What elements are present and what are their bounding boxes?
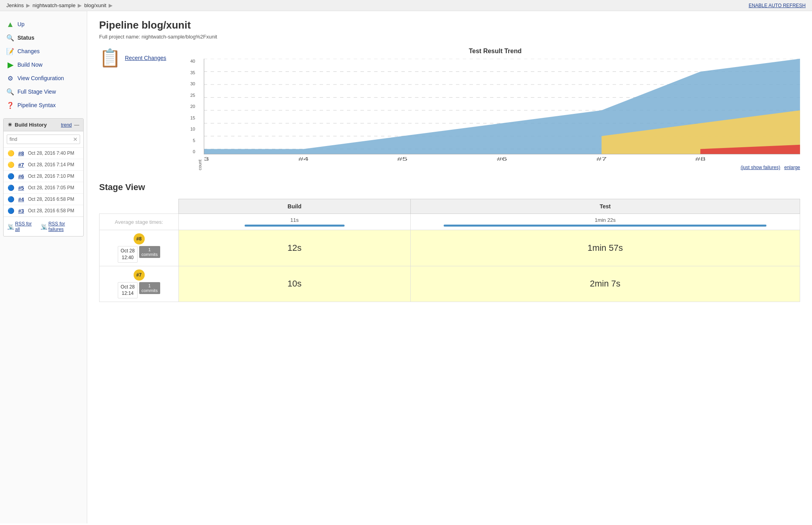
build-date-5: Oct 28, 2016 7:05 PM	[28, 185, 74, 190]
svg-text:#4: #4	[298, 156, 308, 162]
avg-time-test-value: 1min 22s	[416, 217, 795, 223]
build-info-7: Oct 28 12:14 1commits	[118, 282, 160, 299]
y-label-35: 35	[190, 70, 195, 75]
build-status-icon-5: 🔵	[8, 185, 14, 191]
sidebar-link-changes[interactable]: 📝 Changes	[0, 44, 87, 58]
build-label-7: #7 Oct 28 12:14 1commits	[100, 266, 179, 302]
build-link-4[interactable]: #4	[18, 196, 24, 202]
sidebar-item-status[interactable]: 🔍 Status	[0, 31, 87, 44]
avg-times-row: Average stage times: 11s 1min 22s	[100, 214, 800, 230]
avg-time-build: 11s	[179, 214, 411, 230]
build-history-section: ☀ Build History trend — ✕ 🟡 #8 Oct 28, 2…	[3, 118, 84, 237]
build-history-controls: trend —	[61, 122, 79, 128]
build-date-box-7: Oct 28 12:14	[118, 282, 137, 299]
enlarge-link[interactable]: enlarge	[784, 165, 800, 170]
sidebar-item-build-now[interactable]: ▶ Build Now	[0, 58, 87, 71]
commits-box-8: 1commits	[139, 246, 160, 258]
up-icon: ▲	[6, 20, 14, 28]
build-list: 🟡 #8 Oct 28, 2016 7:40 PM 🟡 #7 Oct 28, 2…	[4, 148, 83, 217]
sidebar-item-changes[interactable]: 📝 Changes	[0, 44, 87, 58]
stage-table: Build Test Average stage times: 11s 1min…	[99, 199, 800, 302]
list-item: 🟡 #8 Oct 28, 2016 7:40 PM	[4, 148, 83, 159]
build-link-7[interactable]: #7	[18, 162, 24, 168]
list-item: 🔵 #4 Oct 28, 2016 6:58 PM	[4, 194, 83, 205]
sidebar-nav: ▲ Up 🔍 Status 📝 Changes ▶ Build	[0, 17, 87, 112]
find-input[interactable]	[7, 135, 80, 144]
sidebar-item-pipeline-syntax[interactable]: ❓ Pipeline Syntax	[0, 98, 87, 112]
sidebar-link-full-stage[interactable]: 🔍 Full Stage View	[0, 85, 87, 98]
y-label-10: 10	[190, 127, 195, 131]
sidebar-item-full-stage[interactable]: 🔍 Full Stage View	[0, 85, 87, 98]
svg-text:#3: #3	[204, 156, 209, 162]
rss-failures-label: RSS for failures	[48, 221, 79, 232]
chart-title: Test Result Trend	[190, 48, 800, 55]
trend-link[interactable]: trend	[61, 122, 72, 128]
build-time-stage-8: 12s	[287, 243, 301, 253]
build-link-8[interactable]: #8	[18, 150, 24, 156]
test-stage-7: 2min 7s	[410, 266, 800, 302]
build-time-8: 12:40	[121, 254, 134, 261]
chart-svg: #3 #4 #5 #6 #7 #8	[204, 59, 800, 162]
build-link-6[interactable]: #6	[18, 173, 24, 179]
project-name: Full project name: nightwatch-sample/blo…	[99, 34, 800, 40]
test-time-stage-8: 1min 57s	[588, 243, 623, 253]
build-time-stage-7: 10s	[287, 279, 301, 288]
breadcrumb-nightwatch[interactable]: nightwatch-sample	[33, 2, 75, 8]
table-row: #7 Oct 28 12:14 1commits 10s	[100, 266, 800, 302]
build-info-8: Oct 28 12:40 1commits	[118, 246, 160, 263]
find-input-wrap: ✕	[4, 131, 83, 148]
find-clear-button[interactable]: ✕	[73, 136, 78, 142]
sidebar-item-view-config[interactable]: ⚙ View Configuration	[0, 71, 87, 85]
table-header-build: Build	[179, 199, 411, 214]
chart-section: Test Result Trend 0 5 10 15 20 25 30 35 …	[190, 48, 800, 170]
build-status-icon-4: 🔵	[8, 196, 14, 202]
list-item: 🔵 #5 Oct 28, 2016 7:05 PM	[4, 182, 83, 194]
config-icon: ⚙	[6, 74, 14, 82]
rss-failures-icon: 📡	[41, 224, 47, 230]
auto-refresh-link[interactable]: ENABLE AUTO REFRESH	[749, 3, 806, 8]
build-history-header: ☀ Build History trend —	[4, 119, 83, 131]
sidebar-link-status[interactable]: 🔍 Status	[0, 31, 87, 44]
y-label-20: 20	[190, 104, 195, 109]
y-label-5: 5	[190, 138, 195, 143]
sidebar-label-pipeline-syntax: Pipeline Syntax	[17, 102, 56, 108]
full-stage-icon: 🔍	[6, 88, 14, 96]
sidebar-link-view-config[interactable]: ⚙ View Configuration	[0, 71, 87, 85]
rss-failures-link[interactable]: 📡 RSS for failures	[41, 221, 79, 232]
svg-text:#7: #7	[596, 156, 607, 162]
breadcrumb-left: Jenkins ▶ nightwatch-sample ▶ blog/xunit…	[6, 2, 113, 8]
avg-time-build-value: 11s	[184, 217, 406, 223]
build-link-5[interactable]: #5	[18, 185, 24, 191]
sidebar-link-build-now[interactable]: ▶ Build Now	[0, 58, 87, 71]
recent-changes-link[interactable]: 📋 Recent Changes	[99, 48, 178, 68]
breadcrumb-blog[interactable]: blog/xunit	[84, 2, 106, 8]
table-header-test: Test	[410, 199, 800, 214]
avg-label: Average stage times:	[100, 214, 179, 230]
just-show-failures-link[interactable]: (just show failures)	[741, 165, 780, 170]
avg-time-test: 1min 22s	[410, 214, 800, 230]
sidebar-link-up[interactable]: ▲ Up	[0, 17, 87, 31]
y-label-15: 15	[190, 115, 195, 120]
test-stage-8: 1min 57s	[410, 230, 800, 266]
y-label-0: 0	[190, 149, 195, 154]
recent-changes-label: Recent Changes	[125, 55, 166, 61]
sidebar-link-pipeline-syntax[interactable]: ❓ Pipeline Syntax	[0, 98, 87, 112]
build-date-7: Oct 28, 2016 7:14 PM	[28, 162, 74, 167]
build-link-3[interactable]: #3	[18, 208, 24, 214]
rss-all-icon: 📡	[8, 224, 14, 230]
breadcrumb: Jenkins ▶ nightwatch-sample ▶ blog/xunit…	[0, 0, 812, 11]
breadcrumb-jenkins[interactable]: Jenkins	[6, 2, 24, 8]
sidebar-item-up[interactable]: ▲ Up	[0, 17, 87, 31]
rss-all-link[interactable]: 📡 RSS for all	[8, 221, 36, 232]
sidebar-label-up: Up	[17, 21, 25, 27]
build-status-icon-8: 🟡	[8, 150, 14, 156]
changes-icon: 📝	[6, 47, 14, 55]
list-item: 🔵 #3 Oct 28, 2016 6:58 PM	[4, 205, 83, 217]
list-item: 🟡 #7 Oct 28, 2016 7:14 PM	[4, 159, 83, 171]
y-label-40: 40	[190, 59, 195, 63]
notepad-icon: 📋	[99, 48, 121, 68]
y-label-25: 25	[190, 93, 195, 98]
build-date-box-8: Oct 28 12:40	[118, 246, 137, 263]
chart-area: #3 #4 #5 #6 #7 #8 (just show failures) e…	[204, 59, 800, 170]
stage-view-title: Stage View	[99, 182, 800, 192]
